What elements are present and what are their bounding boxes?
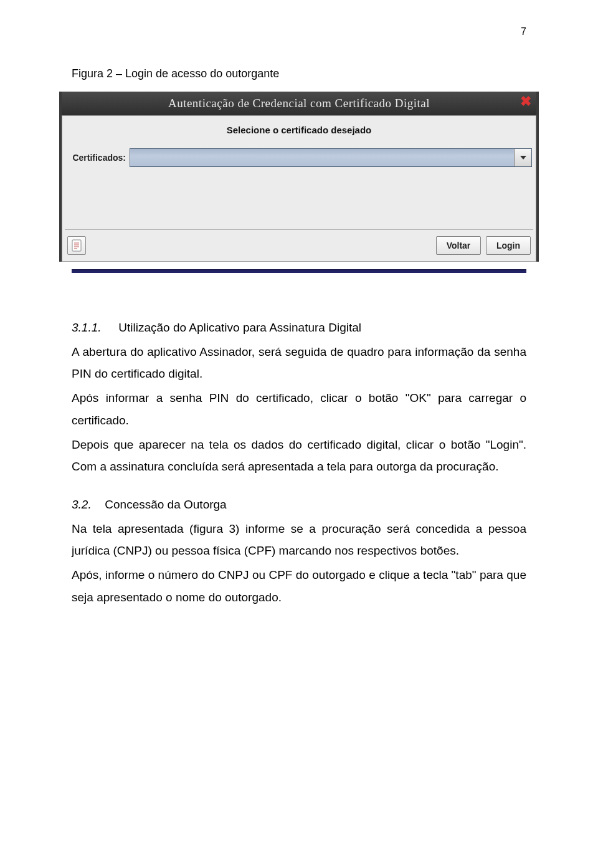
voltar-button[interactable]: Voltar: [436, 236, 481, 255]
certificados-field-row: Certificados:: [62, 148, 536, 174]
svg-marker-0: [520, 156, 526, 160]
certificados-value[interactable]: [130, 149, 514, 166]
page-number: 7: [521, 26, 526, 37]
close-icon[interactable]: ✖: [519, 95, 533, 109]
section-311-p2: Após informar a senha PIN do certificado…: [72, 387, 526, 431]
document-icon[interactable]: [67, 236, 86, 255]
app-window: Autenticação de Credencial com Certifica…: [59, 92, 539, 262]
section-32-heading: 3.2. Concessão da Outorga: [72, 494, 526, 515]
section-311-num: 3.1.1.: [72, 317, 115, 338]
section-32: 3.2. Concessão da Outorga Na tela aprese…: [72, 494, 526, 608]
svg-rect-1: [72, 240, 81, 251]
window-panel: Selecione o certificado desejado Certifi…: [62, 115, 536, 262]
section-311: 3.1.1. Utilização do Aplicativo para Ass…: [72, 317, 526, 477]
login-button[interactable]: Login: [486, 236, 531, 255]
section-311-p3: Depois que aparecer na tela os dados do …: [72, 434, 526, 477]
certificados-label: Certificados:: [66, 153, 130, 163]
section-32-p1: Na tela apresentada (figura 3) informe s…: [72, 518, 526, 561]
section-311-heading: 3.1.1. Utilização do Aplicativo para Ass…: [72, 317, 526, 338]
section-32-p2: Após, informe o número do CNPJ ou CPF do…: [72, 564, 526, 608]
instruction-text: Selecione o certificado desejado: [227, 125, 372, 135]
section-311-title: Utilização do Aplicativo para Assinatura…: [118, 321, 361, 334]
button-row: Voltar Login: [62, 230, 536, 261]
body-text: 3.1.1. Utilização do Aplicativo para Ass…: [72, 317, 526, 608]
section-32-title: Concessão da Outorga: [105, 498, 226, 511]
window-underline: [72, 269, 526, 273]
window-titlebar: Autenticação de Credencial com Certifica…: [62, 92, 536, 115]
window-title: Autenticação de Credencial com Certifica…: [168, 97, 430, 110]
instruction-row: Selecione o certificado desejado: [62, 116, 536, 148]
section-32-num: 3.2.: [72, 494, 102, 515]
chevron-down-icon[interactable]: [514, 149, 531, 166]
panel-spacer: [62, 174, 536, 229]
section-311-p1: A abertura do aplicativo Assinador, será…: [72, 341, 526, 384]
figure-caption: Figura 2 – Login de acesso do outorgante: [72, 67, 526, 80]
certificados-combobox[interactable]: [130, 148, 532, 167]
